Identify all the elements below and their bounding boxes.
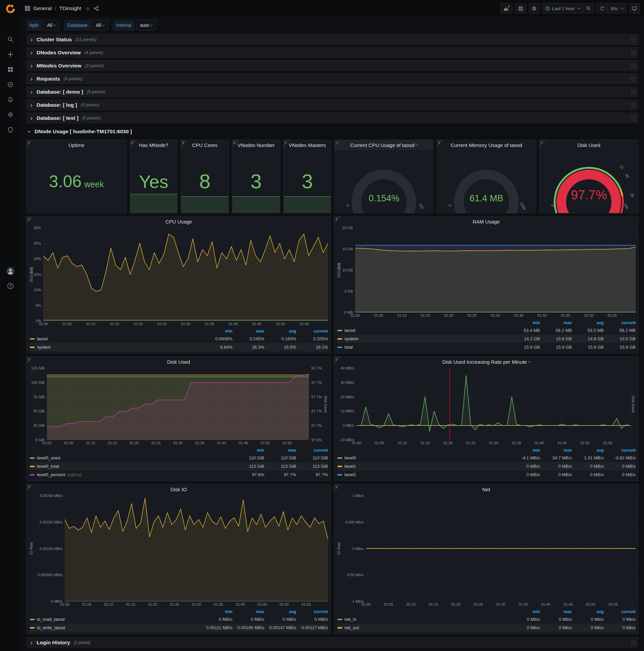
dashboard-row[interactable]: ›Database: [ log ](5 panels): [26, 99, 639, 111]
add-panel-button[interactable]: +: [501, 3, 513, 13]
plot-area[interactable]: [366, 496, 636, 601]
drag-handle-icon[interactable]: [631, 116, 635, 121]
drag-handle-icon[interactable]: [631, 76, 635, 81]
legend-series-name[interactable]: system: [345, 336, 358, 341]
panel-title[interactable]: Net: [334, 484, 638, 494]
legend-series-name[interactable]: level0_used: [37, 455, 60, 460]
panel-info-corner-icon[interactable]: [539, 140, 547, 147]
server-admin-shield-icon[interactable]: [4, 124, 17, 136]
legend-header-avg[interactable]: avg: [572, 448, 604, 453]
variable-value-dropdown[interactable]: auto: [136, 20, 156, 31]
zoom-out-button[interactable]: [583, 4, 594, 13]
panel-info-corner-icon[interactable]: [27, 140, 34, 147]
plot-area[interactable]: [47, 368, 309, 440]
plot-area[interactable]: [357, 368, 631, 440]
legend-series-name[interactable]: net_in: [345, 617, 356, 622]
legend-series-name[interactable]: io_read_taosd: [37, 617, 64, 622]
panel-title[interactable]: Disk Used Increasing Rate per Minute: [334, 357, 638, 367]
grafana-logo-icon[interactable]: [4, 3, 17, 15]
panel-info-corner-icon[interactable]: [181, 140, 188, 147]
legend-header-avg[interactable]: avg: [572, 320, 604, 325]
configuration-gear-icon[interactable]: ⚙: [4, 109, 17, 121]
drag-handle-icon[interactable]: [631, 90, 635, 94]
drag-handle-icon[interactable]: [631, 50, 635, 55]
panel-info-corner-icon[interactable]: [283, 140, 291, 147]
legend-header-avg[interactable]: avg: [264, 329, 296, 334]
variable-value-dropdown[interactable]: All: [92, 20, 108, 31]
plot-area[interactable]: [43, 228, 328, 321]
legend-series-name[interactable]: taosd: [345, 328, 355, 333]
drag-handle-icon[interactable]: [631, 37, 635, 42]
help-icon[interactable]: ?: [4, 280, 17, 292]
plot-area[interactable]: [355, 228, 636, 312]
legend-header-max[interactable]: max: [232, 329, 264, 334]
alerting-bell-icon[interactable]: [4, 94, 17, 106]
drag-handle-icon[interactable]: [631, 640, 635, 645]
panel-title[interactable]: Disk Used: [539, 140, 638, 150]
panel-info-corner-icon[interactable]: [27, 357, 34, 364]
drag-handle-icon[interactable]: [631, 103, 635, 107]
refresh-interval-select[interactable]: 30s: [607, 4, 626, 13]
legend-header-min[interactable]: min: [508, 610, 540, 614]
dashboard-row[interactable]: ›Requests(4 panels): [26, 73, 639, 84]
legend-series-name[interactable]: system: [37, 345, 51, 350]
variable-value-dropdown[interactable]: All: [43, 20, 59, 31]
legend-header-max[interactable]: max: [540, 448, 572, 453]
legend-header-current[interactable]: current: [604, 610, 636, 614]
legend-header-max[interactable]: max: [540, 610, 572, 614]
panel-title[interactable]: Disk Used: [27, 357, 331, 367]
create-plus-icon[interactable]: [4, 48, 17, 60]
legend-series-name[interactable]: level1: [345, 464, 356, 469]
panel-info-corner-icon[interactable]: [437, 140, 444, 147]
legend-header-min[interactable]: min: [201, 329, 232, 334]
dashboards-icon[interactable]: [4, 63, 17, 75]
dashboard-row[interactable]: ›MNodes Overview(2 panels): [26, 60, 639, 71]
legend-series-name[interactable]: level0_total: [37, 464, 59, 469]
dashboard-row[interactable]: ›Database: [ test ](5 panels): [26, 113, 639, 123]
legend-header-min[interactable]: min: [232, 448, 264, 453]
share-button[interactable]: [93, 5, 99, 11]
dashboard-row-dnode-usage[interactable]: › DNode Usage [ huolinhe-TM1701:6030 ]: [26, 125, 639, 137]
panel-title[interactable]: Current Memory Usage of taosd: [437, 140, 536, 150]
panel-info-corner-icon[interactable]: [232, 140, 239, 147]
save-dashboard-button[interactable]: [515, 3, 526, 13]
search-icon[interactable]: [4, 33, 17, 45]
gauge[interactable]: 61.4 MB01589: [437, 150, 536, 213]
legend-header-avg[interactable]: avg: [264, 610, 296, 614]
panel-title[interactable]: CPU Usage: [27, 216, 331, 226]
legend-series-name[interactable]: io_write_taosd: [37, 625, 65, 630]
legend-header-current[interactable]: current: [604, 320, 636, 325]
panel-title[interactable]: RAM Usage: [334, 216, 638, 226]
panel-title[interactable]: Current CPU Usage of taosd: [334, 140, 433, 150]
tv-mode-button[interactable]: [629, 3, 640, 13]
panel-info-corner-icon[interactable]: [334, 140, 342, 147]
legend-header-current[interactable]: current: [296, 329, 328, 334]
dashboard-row-login-history[interactable]: › Login History (1 panel): [26, 637, 639, 648]
panel-info-corner-icon[interactable]: [27, 216, 34, 224]
panel-info-corner-icon[interactable]: [27, 484, 34, 492]
legend-header-min[interactable]: min: [508, 448, 540, 453]
legend-header-current[interactable]: current: [296, 610, 328, 614]
legend-series-name[interactable]: level0: [345, 455, 356, 460]
explore-compass-icon[interactable]: [4, 79, 17, 91]
drag-handle-icon[interactable]: [631, 63, 635, 68]
breadcrumb-section[interactable]: General: [33, 5, 52, 11]
legend-series-name[interactable]: taosd: [37, 336, 47, 341]
dashboard-row[interactable]: ›DNodes Overview(4 panels): [26, 47, 639, 58]
panel-title[interactable]: Disk IO: [27, 484, 331, 494]
legend-series-name[interactable]: level2: [345, 472, 356, 477]
user-avatar[interactable]: [4, 265, 17, 277]
legend-header-min[interactable]: min: [201, 610, 232, 614]
legend-header-max[interactable]: max: [264, 448, 296, 453]
legend-series-name[interactable]: total: [345, 345, 353, 350]
legend-header-max[interactable]: max: [540, 320, 572, 325]
legend-series-name[interactable]: level0_percent: [37, 472, 65, 477]
dashboard-row[interactable]: ›Database: [ demo ](5 panels): [26, 86, 639, 97]
legend-header-avg[interactable]: avg: [572, 610, 604, 614]
panel-title[interactable]: Uptime: [27, 140, 126, 150]
panel-info-corner-icon[interactable]: [334, 484, 342, 492]
refresh-button[interactable]: [597, 4, 607, 13]
dashboard-row[interactable]: ›Cluster Status(21 panels): [26, 34, 639, 45]
panel-info-corner-icon[interactable]: [334, 216, 342, 224]
legend-header-current[interactable]: current: [296, 448, 328, 453]
